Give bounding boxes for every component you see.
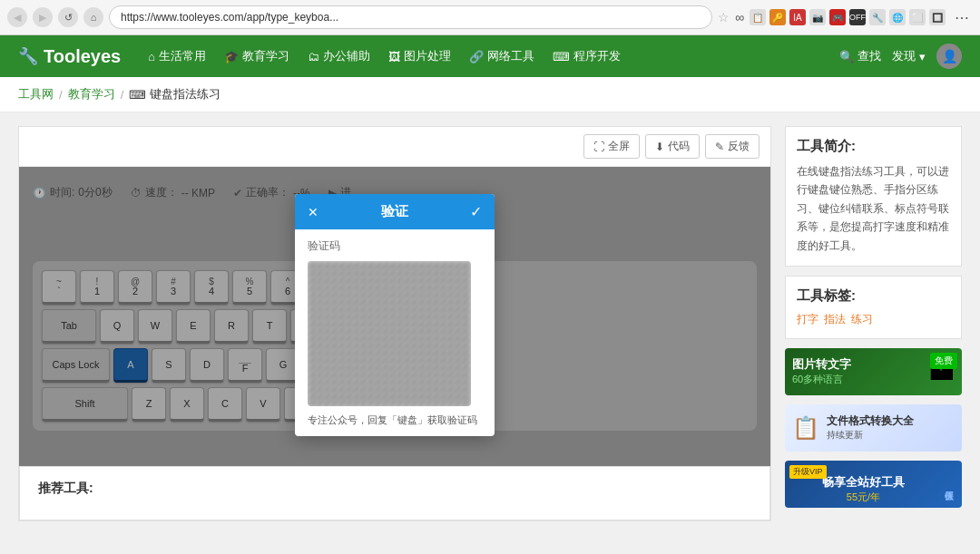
fullscreen-icon: ⛶	[593, 141, 604, 153]
ad1-title: 图片转文字	[792, 356, 922, 373]
recommend-title: 推荐工具:	[38, 481, 751, 497]
home-button[interactable]: ⌂	[83, 7, 103, 27]
ad2-text: 文件格式转换大全 持续更新	[827, 413, 955, 442]
breadcrumb-sep-1: /	[59, 88, 63, 102]
ext-icon-5[interactable]: 🎮	[829, 9, 846, 25]
nav-edu-label: 教育学习	[242, 48, 289, 64]
browser-extensions: 📋 🔑 IA 📷 🎮 OFF 🔧 🌐 ⬜ 🔲	[750, 9, 946, 25]
nav-network[interactable]: 🔗 网络工具	[460, 35, 544, 77]
sidebar: 工具简介: 在线键盘指法练习工具，可以进行键盘键位熟悉、手指分区练习、键位纠错联…	[785, 126, 962, 521]
content-area: ⛶ 全屏 ⬇ 代码 ✎ 反馈 🕐 时间: 0分0秒	[18, 126, 771, 521]
site-header: 🔧 Tooleyes ⌂ 生活常用 🎓 教育学习 🗂 办公辅助 🖼 图片处理 🔗…	[0, 35, 980, 77]
modal-overlay: ✕ 验证 ✓ 验证码 专注公众号，回复「键盘」获取验证码	[19, 167, 770, 466]
modal-body: 验证码 专注公众号，回复「键盘」获取验证码	[295, 229, 495, 436]
qr-code-image	[308, 261, 471, 406]
breadcrumb-sep-2: /	[121, 88, 124, 102]
browser-chrome: ◀ ▶ ↺ ⌂ ☆ ∞ 📋 🔑 IA 📷 🎮 OFF 🔧 🌐 ⬜ 🔲 ⋯	[0, 0, 980, 35]
nav-home[interactable]: ⌂ 生活常用	[139, 35, 215, 77]
ad2-subtitle: 持续更新	[827, 429, 955, 442]
edu-nav-icon: 🎓	[224, 50, 239, 63]
tag-typing[interactable]: 打字	[797, 312, 818, 327]
ext-icon-4[interactable]: 📷	[809, 9, 826, 25]
ext-icon-3[interactable]: IA	[789, 9, 806, 25]
nav-office[interactable]: 🗂 办公辅助	[299, 35, 379, 77]
breadcrumb-cat[interactable]: 教育学习	[68, 86, 115, 102]
tag-fingering[interactable]: 指法	[824, 312, 846, 327]
sidebar-intro-title: 工具简介:	[797, 138, 950, 155]
ad2-icon: 📋	[792, 415, 819, 441]
nav-office-label: 办公辅助	[323, 48, 370, 64]
ad1-text-block: 图片转文字 60多种语言	[792, 356, 922, 386]
browser-toolbar: ◀ ▶ ↺ ⌂ ☆ ∞ 📋 🔑 IA 📷 🎮 OFF 🔧 🌐 ⬜ 🔲 ⋯	[0, 0, 980, 34]
site-logo[interactable]: 🔧 Tooleyes	[18, 46, 121, 67]
fullscreen-button[interactable]: ⛶ 全屏	[583, 134, 640, 159]
menu-button[interactable]: ⋯	[951, 9, 973, 26]
extension-infinity: ∞	[735, 10, 744, 24]
office-nav-icon: 🗂	[308, 50, 319, 63]
ext-icon-7[interactable]: 🔧	[869, 9, 886, 25]
search-icon: 🔍	[839, 50, 854, 63]
sidebar-intro-card: 工具简介: 在线键盘指法练习工具，可以进行键盘键位熟悉、手指分区练习、键位纠错联…	[785, 126, 962, 267]
bookmark-icon[interactable]: ☆	[718, 10, 730, 24]
discover-button[interactable]: 发现 ▾	[892, 48, 926, 64]
site-search-area: 🔍 查找 发现 ▾ 👤	[839, 44, 962, 69]
back-button[interactable]: ◀	[7, 7, 27, 27]
ad2-title: 文件格式转换大全	[827, 413, 955, 429]
discover-label: 发现	[892, 48, 916, 64]
breadcrumb-home[interactable]: 工具网	[18, 86, 54, 102]
keyboard-breadcrumb-icon: ⌨	[129, 88, 146, 102]
logo-icon: 🔧	[18, 46, 38, 66]
nav-edu[interactable]: 🎓 教育学习	[215, 35, 299, 77]
ad-banner-vip[interactable]: 升级VIP 畅享全站好工具 55元/年 什么值得买	[785, 461, 962, 508]
sidebar-intro-text: 在线键盘指法练习工具，可以进行键盘键位熟悉、手指分区练习、键位纠错联系、标点符号…	[797, 162, 950, 255]
code-button[interactable]: ⬇ 代码	[645, 134, 700, 159]
modal-title: 验证	[381, 203, 408, 220]
modal-footer-text: 专注公众号，回复「键盘」获取验证码	[308, 413, 482, 427]
modal-close-button[interactable]: ✕	[308, 205, 318, 219]
content-toolbar: ⛶ 全屏 ⬇ 代码 ✎ 反馈	[19, 127, 770, 167]
nav-dev[interactable]: ⌨ 程序开发	[544, 35, 630, 77]
refresh-button[interactable]: ↺	[58, 7, 78, 27]
nav-home-label: 生活常用	[159, 48, 206, 64]
ad3-price: 55元/年	[792, 491, 935, 504]
modal-confirm-button[interactable]: ✓	[470, 203, 482, 220]
ad-free-badge: 免费	[930, 353, 957, 369]
ext-icon-8[interactable]: 🌐	[889, 9, 906, 25]
breadcrumb: 工具网 / 教育学习 / ⌨ 键盘指法练习	[0, 77, 980, 112]
image-nav-icon: 🖼	[388, 50, 400, 63]
sidebar-tags-card: 工具标签: 打字 指法 练习	[785, 276, 962, 339]
chevron-down-icon: ▾	[919, 50, 926, 63]
ext-icon-10[interactable]: 🔲	[929, 9, 946, 25]
modal-header: ✕ 验证 ✓	[295, 194, 495, 229]
search-button[interactable]: 🔍 查找	[839, 48, 881, 64]
sidebar-tags: 打字 指法 练习	[797, 312, 950, 327]
ad-banner-image-ocr[interactable]: 免费 图片转文字 60多种语言 🏔	[785, 348, 962, 395]
ext-icon-1[interactable]: 📋	[750, 9, 766, 25]
breadcrumb-current: ⌨ 键盘指法练习	[129, 86, 220, 102]
recommend-section: 推荐工具:	[19, 466, 770, 520]
ext-icon-2[interactable]: 🔑	[769, 9, 786, 25]
dev-nav-icon: ⌨	[553, 50, 570, 63]
nav-network-label: 网络工具	[487, 48, 534, 64]
user-avatar[interactable]: 👤	[936, 44, 962, 69]
forward-button[interactable]: ▶	[33, 7, 53, 27]
nav-image[interactable]: 🖼 图片处理	[379, 35, 460, 77]
search-label: 查找	[858, 48, 881, 64]
main-layout: ⛶ 全屏 ⬇ 代码 ✎ 反馈 🕐 时间: 0分0秒	[0, 112, 980, 535]
url-bar[interactable]	[109, 5, 712, 29]
feedback-icon: ✎	[715, 141, 724, 153]
ext-icon-6[interactable]: OFF	[849, 9, 866, 25]
ad3-badge: 升级VIP	[789, 465, 827, 479]
sidebar-tags-title: 工具标签:	[797, 287, 950, 305]
nav-image-label: 图片处理	[404, 48, 451, 64]
ad-banner-file-convert[interactable]: 📋 文件格式转换大全 持续更新	[785, 404, 962, 452]
keyboard-wrapper: 🕐 时间: 0分0秒 ⏱ 速度： -- KMP ✔ 正确率： --% ▶ 进	[19, 167, 770, 466]
qr-blur-overlay	[308, 261, 471, 406]
verification-modal: ✕ 验证 ✓ 验证码 专注公众号，回复「键盘」获取验证码	[295, 194, 495, 436]
ext-icon-9[interactable]: ⬜	[909, 9, 926, 25]
feedback-button[interactable]: ✎ 反馈	[705, 134, 760, 159]
logo-text: Tooleyes	[44, 46, 121, 67]
modal-label: 验证码	[308, 238, 482, 254]
tag-practice[interactable]: 练习	[851, 312, 873, 327]
network-nav-icon: 🔗	[469, 50, 484, 63]
